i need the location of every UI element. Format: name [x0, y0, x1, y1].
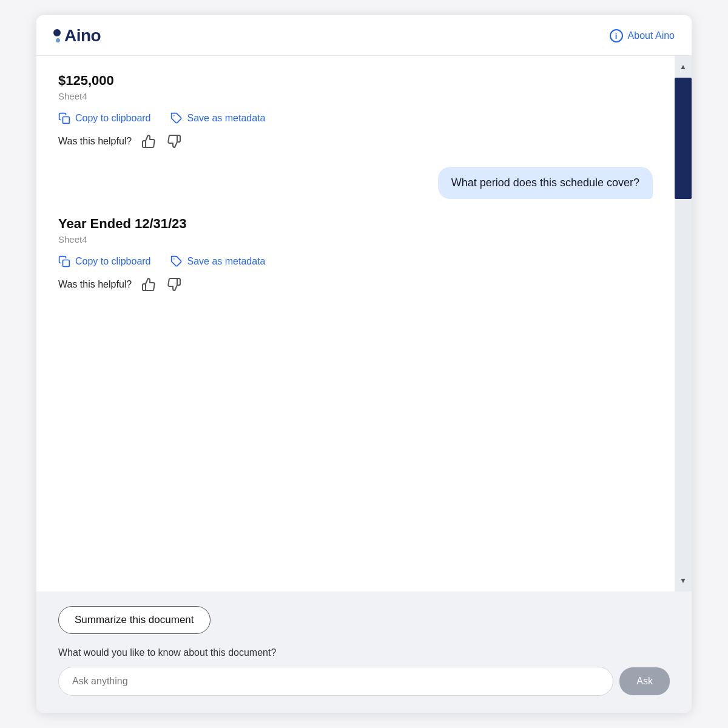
tag-icon-2: [170, 255, 183, 268]
scrollbar: ▲ ▼: [675, 56, 692, 592]
scroll-track[interactable]: [675, 78, 692, 570]
helpful-label-2: Was this helpful?: [58, 279, 132, 290]
svg-rect-2: [63, 260, 70, 267]
logo-dot-small: [56, 38, 60, 42]
thumbs-down-icon-2: [167, 277, 181, 292]
user-message-row-1: What period does this schedule cover?: [58, 167, 653, 199]
thumbs-up-btn-2[interactable]: [140, 276, 157, 293]
helpful-label-1: Was this helpful?: [58, 136, 132, 147]
save-label-1: Save as metadata: [187, 113, 266, 124]
scroll-up-arrow[interactable]: ▲: [675, 56, 692, 78]
thumbs-up-btn-1[interactable]: [140, 133, 157, 150]
input-row: Ask: [58, 667, 670, 696]
answer-block-1: $125,000 Sheet4 Copy to clipboard: [58, 73, 653, 150]
scroll-down-arrow[interactable]: ▼: [675, 570, 692, 592]
answer-block-2: Year Ended 12/31/23 Sheet4 Copy to clipb…: [58, 216, 653, 293]
thumbs-up-icon-2: [141, 277, 156, 292]
user-bubble-1: What period does this schedule cover?: [438, 167, 653, 199]
scroll-thumb[interactable]: [675, 78, 692, 199]
main-area: $125,000 Sheet4 Copy to clipboard: [36, 56, 692, 592]
bottom-area: Summarize this document What would you l…: [36, 592, 692, 713]
logo-text: Aino: [64, 26, 101, 46]
ask-input[interactable]: [58, 667, 613, 696]
copy-clipboard-btn-1[interactable]: Copy to clipboard: [58, 112, 151, 124]
save-label-2: Save as metadata: [187, 256, 266, 267]
save-metadata-btn-2[interactable]: Save as metadata: [170, 255, 266, 268]
logo-dots: [53, 29, 61, 42]
answer-value-1: $125,000: [58, 73, 653, 89]
copy-clipboard-btn-2[interactable]: Copy to clipboard: [58, 255, 151, 268]
ask-button[interactable]: Ask: [619, 667, 670, 695]
input-label: What would you like to know about this d…: [58, 647, 670, 658]
summarize-button[interactable]: Summarize this document: [58, 606, 211, 634]
header: Aino i About Aino: [36, 15, 692, 56]
logo-area: Aino: [53, 26, 101, 46]
tag-icon-1: [170, 112, 183, 124]
copy-icon-2: [58, 255, 70, 268]
about-label: About Aino: [628, 30, 675, 41]
app-container: Aino i About Aino $125,000 Sheet4: [36, 15, 692, 713]
helpful-row-1: Was this helpful?: [58, 133, 653, 150]
copy-label-2: Copy to clipboard: [75, 256, 151, 267]
thumbs-down-btn-1[interactable]: [166, 133, 183, 150]
helpful-row-2: Was this helpful?: [58, 276, 653, 293]
answer-source-2: Sheet4: [58, 234, 653, 244]
copy-icon-1: [58, 112, 70, 124]
svg-rect-0: [63, 117, 70, 124]
thumbs-down-icon-1: [167, 134, 181, 149]
thumbs-down-btn-2[interactable]: [166, 276, 183, 293]
save-metadata-btn-1[interactable]: Save as metadata: [170, 112, 266, 124]
action-row-1: Copy to clipboard Save as metadata: [58, 112, 653, 124]
answer-value-2: Year Ended 12/31/23: [58, 216, 653, 232]
answer-source-1: Sheet4: [58, 91, 653, 101]
action-row-2: Copy to clipboard Save as metadata: [58, 255, 653, 268]
about-link[interactable]: i About Aino: [610, 29, 675, 42]
info-icon: i: [610, 29, 623, 42]
thumbs-up-icon-1: [141, 134, 156, 149]
copy-label-1: Copy to clipboard: [75, 113, 151, 124]
logo-dot-large: [53, 29, 61, 36]
chat-content: $125,000 Sheet4 Copy to clipboard: [36, 56, 675, 592]
